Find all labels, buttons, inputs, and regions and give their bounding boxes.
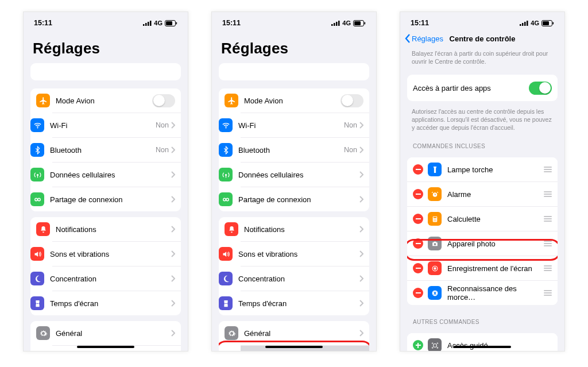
- row-label: Concentration: [50, 275, 171, 283]
- included-screen-record[interactable]: Enregistrement de l'écran: [407, 256, 558, 280]
- screen-settings-1: 15:11 4G Réglages Mode Avion Wi-Fi Non: [23, 11, 188, 351]
- remove-button[interactable]: [413, 164, 423, 175]
- row-notifications[interactable]: Notifications: [30, 217, 181, 241]
- row-cellular[interactable]: Données cellulaires: [241, 162, 369, 187]
- alarm-icon: [428, 187, 442, 201]
- settings-group-alerts: Notifications Sons et vibrations Concent…: [219, 217, 369, 315]
- airplane-toggle[interactable]: [341, 94, 363, 107]
- row-wifi[interactable]: Wi-Fi Non: [52, 113, 181, 137]
- row-label: Wi-Fi: [238, 121, 344, 130]
- row-general[interactable]: Général: [219, 321, 369, 345]
- row-label: Sons et vibrations: [238, 250, 359, 258]
- row-value: Non: [344, 146, 357, 154]
- access-toggle[interactable]: [529, 82, 552, 95]
- focus-icon: [30, 272, 44, 285]
- included-alarm[interactable]: Alarme: [407, 181, 558, 206]
- status-bar: 15:11 4G: [400, 12, 564, 32]
- row-label: Général: [244, 329, 359, 338]
- row-cellular[interactable]: Données cellulaires: [52, 162, 181, 187]
- remove-button[interactable]: [413, 263, 423, 273]
- remove-button[interactable]: [413, 189, 423, 199]
- sounds-icon: [30, 247, 44, 261]
- chevron-right-icon: [359, 250, 363, 257]
- row-sounds[interactable]: Sons et vibrations: [52, 241, 181, 266]
- row-value: Non: [156, 146, 169, 154]
- shazam-icon: [428, 286, 442, 300]
- status-bar: 15:11 4G: [212, 12, 376, 32]
- row-hotspot[interactable]: Partage de connexion: [241, 187, 369, 211]
- svg-rect-19: [331, 24, 333, 26]
- row-airplane[interactable]: Mode Avion: [30, 88, 181, 113]
- status-bar: 15:11 4G: [24, 12, 188, 32]
- remove-button[interactable]: [413, 214, 423, 224]
- gear-icon: [36, 326, 50, 340]
- battery-icon: [165, 20, 177, 26]
- add-button[interactable]: [413, 340, 423, 350]
- row-notifications[interactable]: Notifications: [219, 217, 369, 241]
- row-focus[interactable]: Concentration: [52, 266, 181, 291]
- row-label: Concentration: [238, 275, 359, 283]
- search-input[interactable]: [30, 63, 181, 80]
- row-label: Notifications: [244, 225, 359, 234]
- hotspot-icon: [219, 192, 233, 206]
- reorder-handle[interactable]: [544, 191, 552, 197]
- row-label: Wi-Fi: [50, 121, 156, 130]
- included-camera[interactable]: Appareil photo: [407, 231, 558, 256]
- page-title: Réglages: [24, 32, 188, 61]
- included-shazam[interactable]: Reconnaissance des morce…: [407, 280, 558, 305]
- search-input[interactable]: [219, 63, 369, 80]
- reorder-handle[interactable]: [544, 265, 552, 271]
- row-screentime[interactable]: Temps d'écran: [241, 291, 369, 315]
- chevron-right-icon: [171, 146, 175, 153]
- info-note: Autorisez l'accès au centre de contrôle …: [400, 107, 564, 135]
- row-focus[interactable]: Concentration: [241, 266, 369, 291]
- row-bluetooth[interactable]: Bluetooth Non: [52, 137, 181, 162]
- battery-icon: [353, 20, 366, 26]
- more-guided[interactable]: Accès guidé: [407, 333, 558, 351]
- included-torch[interactable]: Lampe torche: [407, 157, 558, 181]
- screentime-icon: [219, 296, 233, 310]
- svg-rect-22: [338, 21, 340, 26]
- remove-button[interactable]: [413, 288, 423, 298]
- signal-icon: [520, 20, 528, 26]
- remove-button[interactable]: [413, 238, 423, 249]
- screen-settings-2: 15:11 4G Réglages Mode Avion Wi-Fi Non B…: [211, 11, 377, 351]
- airplane-toggle[interactable]: [152, 94, 175, 107]
- row-wifi[interactable]: Wi-Fi Non: [241, 113, 369, 137]
- row-airplane[interactable]: Mode Avion: [219, 88, 369, 113]
- row-bluetooth[interactable]: Bluetooth Non: [241, 137, 369, 162]
- row-access-apps[interactable]: Accès à partir des apps: [407, 75, 558, 101]
- chevron-right-icon: [359, 226, 363, 233]
- svg-point-49: [434, 219, 435, 219]
- svg-point-29: [226, 198, 228, 200]
- chevron-right-icon: [171, 122, 175, 129]
- svg-point-7: [37, 128, 38, 129]
- status-time: 15:11: [411, 19, 429, 27]
- included-calc[interactable]: Calculette: [407, 206, 558, 231]
- home-indicator[interactable]: [454, 346, 511, 348]
- home-indicator[interactable]: [77, 346, 134, 348]
- gear-icon: [225, 326, 238, 340]
- svg-rect-21: [336, 22, 338, 26]
- reorder-handle[interactable]: [544, 290, 552, 296]
- row-sounds[interactable]: Sons et vibrations: [241, 241, 369, 266]
- svg-rect-39: [522, 23, 524, 26]
- row-general[interactable]: Général: [30, 321, 181, 345]
- settings-group-connectivity: Mode Avion Wi-Fi Non Bluetooth Non Donné…: [219, 88, 369, 211]
- svg-rect-2: [148, 22, 149, 26]
- svg-rect-38: [520, 24, 521, 26]
- svg-point-28: [223, 198, 225, 200]
- row-screentime[interactable]: Temps d'écran: [52, 291, 181, 315]
- section-header-more: AUTRES COMMANDES: [400, 311, 564, 327]
- reorder-handle[interactable]: [544, 167, 552, 172]
- home-indicator[interactable]: [265, 346, 323, 348]
- reorder-handle[interactable]: [544, 241, 552, 246]
- chevron-right-icon: [171, 300, 175, 307]
- row-label: Temps d'écran: [50, 299, 171, 308]
- battery-icon: [541, 20, 554, 26]
- svg-rect-24: [354, 21, 361, 25]
- row-hotspot[interactable]: Partage de connexion: [52, 187, 181, 211]
- reorder-handle[interactable]: [544, 216, 552, 222]
- svg-rect-3: [150, 21, 152, 26]
- chevron-right-icon: [359, 122, 363, 129]
